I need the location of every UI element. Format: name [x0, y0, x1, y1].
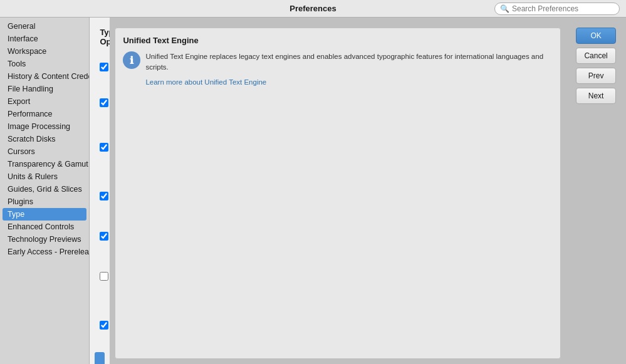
sidebar-item-image-processing[interactable]: Image Processing: [0, 120, 89, 133]
checkbox-missing-glyph[interactable]: [100, 98, 108, 107]
sidebar-item-guides-grid-slices[interactable]: Guides, Grid & Slices: [0, 183, 89, 195]
sidebar-item-interface[interactable]: Interface: [0, 33, 89, 45]
main-content: GeneralInterfaceWorkspaceToolsHistory & …: [0, 18, 626, 364]
sidebar-item-performance[interactable]: Performance: [0, 108, 89, 120]
sidebar-item-scratch-disks[interactable]: Scratch Disks: [0, 133, 89, 145]
checkbox-default-font-size[interactable]: [100, 232, 108, 241]
sidebar-item-type[interactable]: Type: [3, 208, 86, 221]
unified-engine-box: Unified Text Engine ℹ Unified Text Engin…: [115, 28, 561, 359]
checkbox-font-names-english[interactable]: [100, 143, 108, 152]
sidebar: GeneralInterfaceWorkspaceToolsHistory & …: [0, 18, 90, 364]
cancel-button[interactable]: Cancel: [576, 48, 616, 64]
content-area: Type Options Use Smart QuotesEnable Miss…: [90, 18, 110, 364]
sidebar-item-export[interactable]: Export: [0, 95, 89, 108]
sidebar-item-general[interactable]: General: [0, 20, 89, 33]
prev-button[interactable]: Prev: [576, 68, 616, 84]
sidebar-item-enhanced-controls[interactable]: Enhanced Controls: [0, 221, 89, 233]
buttons-panel: OK Cancel Prev Next: [571, 18, 626, 364]
title-bar: Preferences 🔍: [0, 0, 626, 18]
checkbox-esc-key-commit[interactable]: [100, 192, 108, 200]
sidebar-item-tools[interactable]: Tools: [0, 58, 89, 70]
app-title: Preferences: [290, 4, 336, 13]
ue-title: Unified Text Engine: [123, 36, 553, 45]
next-button[interactable]: Next: [576, 88, 616, 104]
sidebar-item-history-content-credentials[interactable]: History & Content Credentials: [0, 70, 89, 83]
sidebar-item-units-rulers[interactable]: Units & Rulers: [0, 170, 89, 183]
sidebar-item-technology-previews[interactable]: Technology Previews: [0, 233, 89, 246]
sidebar-item-transparency-gamut[interactable]: Transparency & Gamut: [0, 158, 89, 170]
checkbox-fill-new-type-layers[interactable]: [100, 321, 108, 330]
right-section: Unified Text Engine ℹ Unified Text Engin…: [110, 18, 626, 364]
ue-body: ℹ Unified Text Engine replaces legacy te…: [123, 51, 553, 86]
info-icon: ℹ: [123, 51, 140, 69]
sidebar-item-plugins[interactable]: Plugins: [0, 195, 89, 208]
search-input[interactable]: [512, 4, 614, 13]
checkbox-type-layer-glyph[interactable]: [100, 272, 108, 281]
sidebar-item-early-access[interactable]: Early Access - Prerelease: [0, 246, 89, 258]
ue-learn-more-link[interactable]: Learn more about Unified Text Engine: [145, 78, 553, 86]
search-bar[interactable]: 🔍: [494, 3, 620, 15]
option-row-auto-detection-bulleted: Automatic detection of Bulleted and Numb…: [95, 352, 105, 364]
checkbox-smart-quotes[interactable]: [100, 63, 108, 71]
sidebar-item-cursors[interactable]: Cursors: [0, 145, 89, 158]
search-icon: 🔍: [500, 4, 509, 13]
sidebar-item-workspace[interactable]: Workspace: [0, 45, 89, 58]
ue-description: Unified Text Engine replaces legacy text…: [145, 51, 553, 73]
ok-button[interactable]: OK: [576, 28, 616, 44]
sidebar-item-file-handling[interactable]: File Handling: [0, 83, 89, 95]
